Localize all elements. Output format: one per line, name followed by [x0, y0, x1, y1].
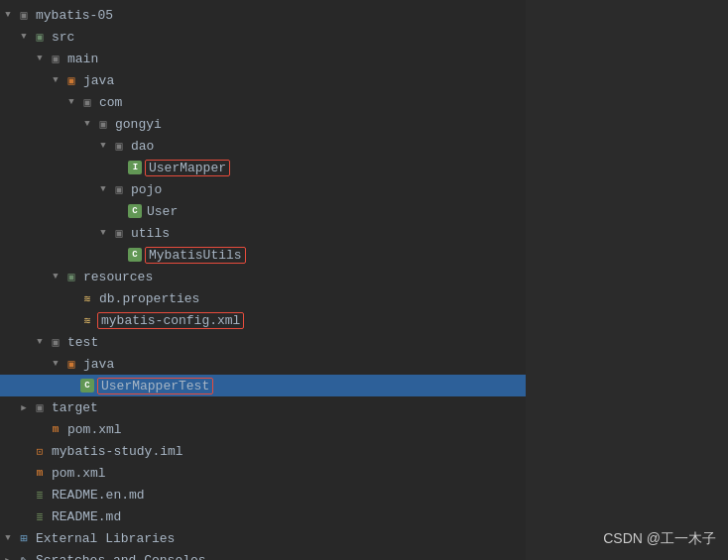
expand-arrow[interactable]: ▼	[79, 119, 95, 129]
expand-arrow[interactable]: ▼	[95, 141, 111, 151]
md-icon: ≣	[32, 487, 48, 503]
expand-arrow[interactable]: ▼	[32, 337, 48, 347]
tree-item-com[interactable]: ▼ ▣ com	[0, 91, 526, 113]
tree-item-db.properties[interactable]: ≋ db.properties	[0, 287, 526, 309]
expand-arrow[interactable]: ▼	[32, 54, 48, 63]
properties-icon: ≋	[79, 290, 95, 306]
item-label: User	[147, 204, 178, 219]
folder-icon: ▣	[79, 94, 95, 110]
expand-arrow[interactable]: ▼	[48, 359, 63, 369]
ext-lib-icon: ⊞	[16, 530, 32, 546]
folder-icon: ▣	[95, 116, 111, 132]
tree-item-mybatis-config.xml[interactable]: ≋ mybatis-config.xml	[0, 309, 526, 331]
item-label: com	[99, 95, 122, 110]
item-label: target	[52, 400, 98, 415]
tree-item-scratches[interactable]: ▶ ✎ Scratches and Consoles	[0, 549, 526, 560]
expand-arrow[interactable]: ▼	[16, 32, 32, 42]
item-label: README.en.md	[52, 488, 145, 503]
item-label: java	[83, 73, 114, 88]
expand-arrow[interactable]: ▼	[63, 97, 79, 107]
item-label: utils	[131, 226, 170, 241]
expand-arrow[interactable]: ▶	[0, 555, 16, 561]
item-label: gongyi	[115, 117, 162, 132]
tree-item-mybatis-05[interactable]: ▼ ▣ mybatis-05	[0, 4, 526, 26]
item-label: main	[67, 52, 98, 66]
item-label: Scratches and Consoles	[36, 553, 206, 561]
folder-module-icon: ▣	[16, 7, 32, 23]
folder-java-icon: ▣	[63, 356, 79, 372]
item-label: resources	[83, 270, 153, 284]
tree-item-User[interactable]: C User	[0, 200, 526, 222]
expand-arrow[interactable]: ▼	[0, 533, 16, 543]
folder-src-icon: ▣	[32, 29, 48, 45]
item-label: java	[83, 357, 114, 372]
tree-item-resources[interactable]: ▼ ▣ resources	[0, 266, 526, 287]
expand-arrow[interactable]: ▼	[48, 272, 63, 281]
scratches-icon: ✎	[16, 552, 32, 560]
folder-icon: ▣	[48, 334, 63, 350]
tree-item-pom.xml[interactable]: m pom.xml	[0, 462, 526, 484]
tree-item-main[interactable]: ▼ ▣ main	[0, 48, 526, 69]
item-label: pom.xml	[52, 466, 106, 481]
item-label: pom.xml	[67, 422, 122, 437]
expand-arrow[interactable]: ▼	[48, 75, 63, 85]
folder-icon: ▣	[111, 138, 127, 154]
xml-icon: ≋	[79, 312, 95, 328]
expand-arrow[interactable]: ▼	[0, 10, 16, 20]
java-interface-icon: I	[127, 160, 143, 175]
java-class-icon: C	[127, 203, 143, 219]
item-label: mybatis-study.iml	[52, 444, 183, 459]
label-highlight: mybatis-config.xml	[97, 312, 244, 329]
watermark: CSDN @工一木子	[603, 530, 716, 548]
item-label: pojo	[131, 182, 162, 197]
item-label: db.properties	[99, 291, 199, 306]
tree-item-utils[interactable]: ▼ ▣ utils	[0, 222, 526, 244]
folder-icon: ▣	[111, 225, 127, 241]
java-class-icon: C	[79, 378, 95, 393]
folder-icon: ▣	[32, 399, 48, 415]
tree-item-UserMapperTest[interactable]: C UserMapperTest	[0, 375, 526, 396]
iml-icon: ⊡	[32, 443, 48, 459]
md-icon: ≣	[32, 508, 48, 524]
tree-item-java-test[interactable]: ▼ ▣ java	[0, 353, 526, 375]
tree-item-target[interactable]: ▶ ▣ target	[0, 396, 526, 418]
label-highlight: UserMapperTest	[97, 378, 213, 394]
pom-icon: m	[48, 421, 63, 437]
item-label: README.md	[52, 509, 121, 524]
tree-item-README.md[interactable]: ≣ README.md	[0, 505, 526, 527]
item-label: mybatis-05	[36, 8, 113, 23]
item-label: test	[67, 335, 98, 350]
item-label: External Libraries	[36, 531, 175, 546]
tree-item-external-libraries[interactable]: ▼ ⊞ External Libraries	[0, 527, 526, 549]
tree-item-java-main[interactable]: ▼ ▣ java	[0, 69, 526, 91]
tree-item-gongyi[interactable]: ▼ ▣ gongyi	[0, 113, 526, 135]
tree-item-pojo[interactable]: ▼ ▣ pojo	[0, 178, 526, 200]
label-highlight: UserMapper	[145, 160, 230, 176]
java-class-icon: C	[127, 247, 143, 263]
right-panel: CSDN @工一木子	[526, 0, 728, 560]
expand-arrow[interactable]: ▼	[95, 184, 111, 194]
item-label: src	[52, 30, 74, 45]
tree-item-test[interactable]: ▼ ▣ test	[0, 331, 526, 353]
pom-icon: m	[32, 465, 48, 481]
file-tree-sidebar: ▼ ▣ mybatis-05 ▼ ▣ src ▼ ▣ main ▼ ▣ java…	[0, 0, 526, 560]
tree-item-pom-inner.xml[interactable]: m pom.xml	[0, 418, 526, 440]
folder-icon: ▣	[48, 51, 63, 66]
tree-item-README.en.md[interactable]: ≣ README.en.md	[0, 484, 526, 505]
folder-res-icon: ▣	[63, 269, 79, 284]
folder-java-icon: ▣	[63, 72, 79, 88]
tree-item-mybatis-study.iml[interactable]: ⊡ mybatis-study.iml	[0, 440, 526, 462]
tree-item-src[interactable]: ▼ ▣ src	[0, 26, 526, 48]
expand-arrow[interactable]: ▶	[16, 402, 32, 413]
item-label: dao	[131, 139, 154, 154]
label-highlight: MybatisUtils	[145, 247, 246, 264]
tree-item-MybatisUtils[interactable]: C MybatisUtils	[0, 244, 526, 266]
folder-icon: ▣	[111, 181, 127, 197]
expand-arrow[interactable]: ▼	[95, 228, 111, 238]
tree-container[interactable]: ▼ ▣ mybatis-05 ▼ ▣ src ▼ ▣ main ▼ ▣ java…	[0, 0, 526, 560]
tree-item-UserMapper[interactable]: I UserMapper	[0, 157, 526, 178]
tree-item-dao[interactable]: ▼ ▣ dao	[0, 135, 526, 157]
